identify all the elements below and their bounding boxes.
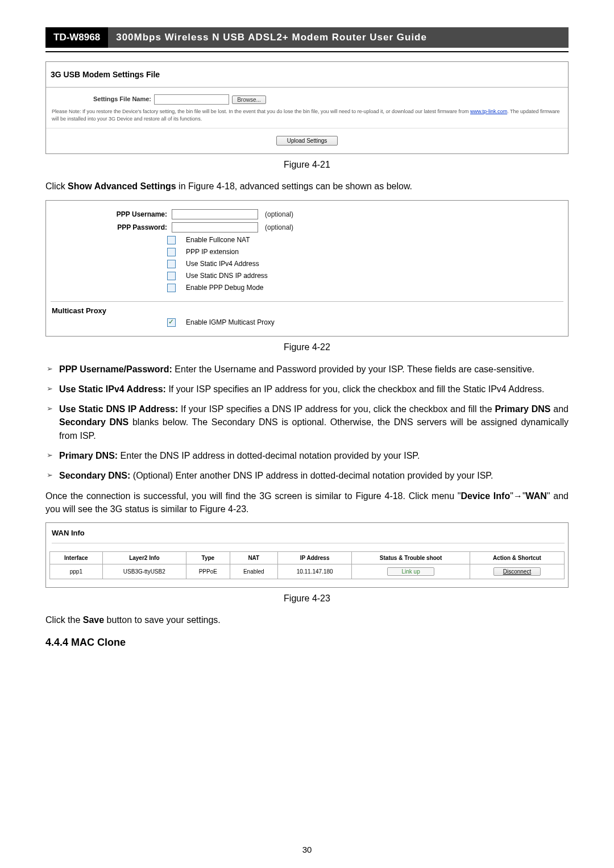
section-heading-mac-clone: 4.4.4 MAC Clone <box>45 637 569 649</box>
cell-action: Disconnect <box>470 564 564 579</box>
table-row: ppp1 USB3G-ttyUSB2 PPPoE Enabled 10.11.1… <box>50 564 565 579</box>
ppp-password-optional: (optional) <box>265 223 293 231</box>
tplink-link[interactable]: www.tp-link.com <box>470 109 507 114</box>
bullet-list: PPP Username/Password: Enter the Usernam… <box>45 363 569 482</box>
use-static-dns-label: Use Static DNS IP address <box>186 272 268 280</box>
ppp-username-optional: (optional) <box>265 210 293 218</box>
bullet-ppp-user-pass: PPP Username/Password: Enter the Usernam… <box>59 363 569 376</box>
th-action: Action & Shortcut <box>470 551 564 564</box>
multicast-proxy-title: Multicast Proxy <box>52 306 563 315</box>
th-status: Status & Trouble shoot <box>352 551 470 564</box>
settings-file-input[interactable] <box>154 94 229 105</box>
ppp-ip-extension-checkbox[interactable] <box>167 248 176 256</box>
figure-4-21-caption: Figure 4-21 <box>45 160 569 170</box>
enable-igmp-label: Enable IGMP Multicast Proxy <box>186 318 275 326</box>
use-static-ipv4-checkbox[interactable] <box>167 260 176 268</box>
ppp-password-input[interactable] <box>172 222 258 232</box>
paragraph-show-advanced: Click Show Advanced Settings in Figure 4… <box>45 180 569 193</box>
hint-part1: Please Note: If you restore the Device's… <box>52 109 470 114</box>
bullet-secondary-dns: Secondary DNS: (Optional) Enter another … <box>59 469 569 482</box>
enable-fullcone-nat-label: Enable Fullcone NAT <box>186 236 250 244</box>
advanced-settings-panel: PPP Username: (optional) PPP Password: (… <box>45 200 569 337</box>
figure-4-22-caption: Figure 4-22 <box>45 342 569 352</box>
th-type: Type <box>186 551 230 564</box>
model-badge: TD-W8968 <box>45 27 108 48</box>
cell-interface: ppp1 <box>50 564 103 579</box>
th-nat: NAT <box>230 551 277 564</box>
enable-igmp-checkbox[interactable] <box>167 318 176 327</box>
link-up-badge: Link up <box>387 567 434 576</box>
cell-nat: Enabled <box>230 564 277 579</box>
ppp-username-input[interactable] <box>172 209 258 219</box>
doc-title: 300Mbps Wireless N USB ADSL2+ Modem Rout… <box>108 27 569 48</box>
settings-file-label: Settings File Name: <box>52 95 151 102</box>
use-static-ipv4-label: Use Static IPv4 Address <box>186 260 259 268</box>
cell-ip: 10.11.147.180 <box>277 564 351 579</box>
enable-fullcone-nat-checkbox[interactable] <box>167 236 176 244</box>
wan-info-table: Interface Layer2 Info Type NAT IP Addres… <box>49 551 565 579</box>
cell-type: PPPoE <box>186 564 230 579</box>
page-number: 30 <box>0 845 614 854</box>
paragraph-connection-success: Once the connection is successful, you w… <box>45 490 569 516</box>
ppp-username-label: PPP Username: <box>51 210 172 218</box>
table-header-row: Interface Layer2 Info Type NAT IP Addres… <box>50 551 565 564</box>
th-ip: IP Address <box>277 551 351 564</box>
paragraph-save: Click the Save button to save your setti… <box>45 614 569 626</box>
hint-text: Please Note: If you restore the Device's… <box>52 108 562 122</box>
use-static-dns-checkbox[interactable] <box>167 272 176 280</box>
panel-title: 3G USB Modem Settings File <box>46 62 568 88</box>
doc-header: TD-W8968 300Mbps Wireless N USB ADSL2+ M… <box>45 27 569 48</box>
bullet-static-dns: Use Static DNS IP Address: If your ISP s… <box>59 402 569 442</box>
figure-4-23-caption: Figure 4-23 <box>45 593 569 604</box>
usb-settings-panel: 3G USB Modem Settings File Settings File… <box>45 61 569 154</box>
bullet-primary-dns: Primary DNS: Enter the DNS IP address in… <box>59 449 569 462</box>
wan-info-title: WAN Info <box>52 529 565 543</box>
upload-row: Upload Settings <box>46 128 568 153</box>
bullet-static-ipv4: Use Static IPv4 Address: If your ISP spe… <box>59 383 569 396</box>
cell-layer2: USB3G-ttyUSB2 <box>102 564 186 579</box>
cell-status: Link up <box>352 564 470 579</box>
th-interface: Interface <box>50 551 103 564</box>
enable-ppp-debug-checkbox[interactable] <box>167 284 176 292</box>
ppp-password-label: PPP Password: <box>51 223 172 231</box>
upload-settings-button[interactable]: Upload Settings <box>276 136 338 146</box>
browse-button[interactable]: Browse... <box>232 95 266 104</box>
ppp-ip-extension-label: PPP IP extension <box>186 248 239 256</box>
divider <box>51 301 563 302</box>
enable-ppp-debug-label: Enable PPP Debug Mode <box>186 284 264 292</box>
disconnect-button[interactable]: Disconnect <box>493 567 541 576</box>
panel-body: Settings File Name: Browse... Please Not… <box>46 88 568 128</box>
header-rule <box>45 51 569 52</box>
th-layer2: Layer2 Info <box>102 551 186 564</box>
wan-info-panel: WAN Info Interface Layer2 Info Type NAT … <box>45 522 569 588</box>
